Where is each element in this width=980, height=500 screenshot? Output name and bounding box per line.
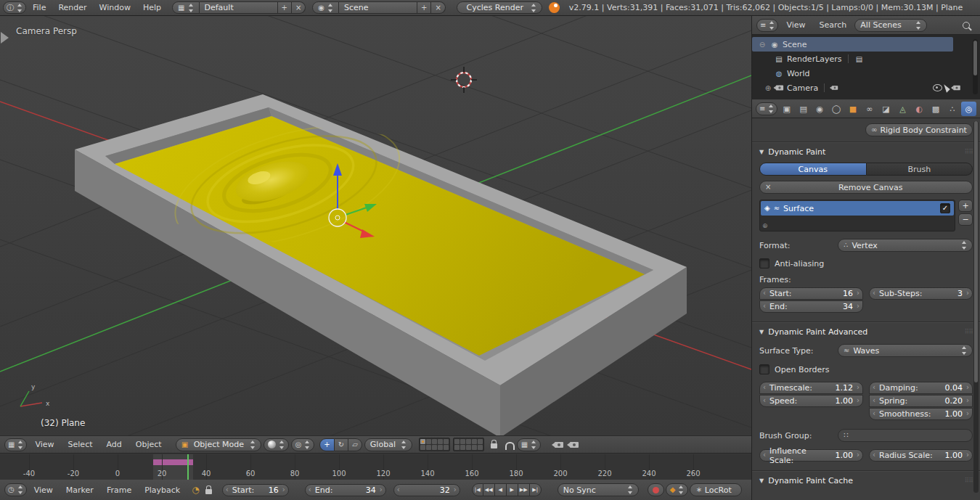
menu-object[interactable]: Object bbox=[130, 436, 168, 453]
surface-enable-checkbox[interactable]: ✓ bbox=[940, 203, 950, 213]
layer-cell[interactable] bbox=[438, 445, 443, 450]
layer-cell[interactable] bbox=[460, 439, 465, 444]
surface-list-item[interactable]: ◈ ≈ Surface ✓ bbox=[761, 201, 954, 216]
layer-cell[interactable] bbox=[454, 439, 460, 444]
dp-end-field[interactable]: End: 34 bbox=[759, 300, 863, 313]
add-screen-layout-button[interactable]: + bbox=[278, 1, 292, 14]
render-still-button[interactable] bbox=[555, 442, 563, 448]
layer-cell[interactable] bbox=[460, 445, 465, 450]
search-icon[interactable] bbox=[963, 22, 970, 29]
format-dropdown[interactable]: ∴ Vertex bbox=[838, 239, 973, 252]
active-keying-set-button[interactable]: ∗ LocRot bbox=[690, 483, 742, 496]
menu-add[interactable]: Add bbox=[101, 436, 128, 453]
sync-mode-dropdown[interactable]: No Sync bbox=[558, 483, 639, 496]
anti-aliasing-checkbox[interactable] bbox=[759, 258, 769, 269]
tab-object-data[interactable]: ◬ bbox=[895, 102, 910, 116]
dynamic-paint-panel-header[interactable]: ▼ Dynamic Paint ⠿⠿ bbox=[759, 145, 973, 158]
render-animation-button[interactable] bbox=[570, 442, 579, 448]
render-engine-dropdown[interactable]: Cycles Render bbox=[457, 1, 542, 14]
surface-list[interactable]: ◈ ≈ Surface ✓ ⊕ bbox=[759, 200, 955, 231]
scene-name-field[interactable]: Scene bbox=[339, 1, 417, 14]
layer-cell[interactable] bbox=[426, 445, 431, 450]
menu-marker[interactable]: Marker bbox=[60, 480, 99, 500]
editor-type-button-info[interactable]: ⓘ bbox=[3, 1, 26, 14]
viewport-canvas[interactable]: x y bbox=[0, 16, 751, 435]
outliner-scope-dropdown[interactable]: All Scenes bbox=[854, 19, 927, 32]
rotate-manipulator-button[interactable]: ↻ bbox=[335, 438, 348, 451]
layer-cell[interactable] bbox=[420, 445, 425, 450]
next-keyframe-button[interactable]: ▶▶ bbox=[518, 483, 530, 496]
snap-element-dropdown[interactable]: ▦ bbox=[517, 438, 541, 451]
outliner-item-camera[interactable]: ⊕ Camera bbox=[752, 81, 980, 95]
timeline-ruler[interactable]: -40 -20 0 20 40 60 80 100 120 140 160 18… bbox=[0, 454, 751, 480]
menu-frame[interactable]: Frame bbox=[101, 480, 137, 500]
pivot-point-dropdown[interactable]: ◎ bbox=[291, 438, 315, 451]
tab-render-layers[interactable]: ▤ bbox=[796, 102, 811, 116]
editor-type-button-outliner[interactable]: ≡ bbox=[756, 19, 778, 32]
tab-particles[interactable]: ∴ bbox=[944, 102, 960, 116]
layer-cell[interactable] bbox=[472, 445, 477, 450]
prev-keyframe-button[interactable]: ◀◀ bbox=[483, 483, 495, 496]
preview-range-icon[interactable]: ◔ bbox=[192, 485, 199, 494]
layer-cell[interactable] bbox=[454, 445, 460, 450]
layers-group-1[interactable] bbox=[419, 438, 450, 451]
menu-select[interactable]: Select bbox=[62, 436, 99, 453]
layer-cell[interactable] bbox=[466, 445, 471, 450]
collapse-icon[interactable]: ⊖ bbox=[758, 41, 767, 49]
outliner-item-world[interactable]: ◍ World bbox=[752, 66, 980, 81]
keying-set-dropdown[interactable]: ◆ bbox=[666, 483, 689, 496]
menu-window[interactable]: Window bbox=[94, 0, 136, 15]
menu-view[interactable]: View bbox=[28, 480, 59, 500]
menu-playback[interactable]: Playback bbox=[139, 480, 186, 500]
editor-type-button-3dview[interactable]: ▦ bbox=[4, 438, 27, 451]
translate-manipulator-button[interactable]: + bbox=[319, 438, 334, 451]
layer-cell[interactable] bbox=[444, 439, 449, 444]
tab-canvas[interactable]: Canvas bbox=[759, 163, 867, 176]
outliner-item-renderlayers[interactable]: ▤ RenderLayers ▤ bbox=[752, 52, 980, 66]
current-frame-playhead[interactable] bbox=[187, 454, 189, 480]
auto-keyframe-record-button[interactable] bbox=[648, 483, 664, 496]
tab-scene[interactable]: ◉ bbox=[812, 102, 828, 116]
damping-field[interactable]: Damping: 0.04 bbox=[869, 382, 973, 394]
tab-physics[interactable]: ◎ bbox=[961, 102, 976, 116]
screen-layout-browse-button[interactable]: ▦ bbox=[172, 1, 199, 14]
tab-modifiers[interactable]: ◪ bbox=[878, 102, 894, 116]
lock-scene-icon[interactable] bbox=[491, 443, 497, 448]
open-borders-checkbox[interactable] bbox=[759, 364, 769, 374]
tab-render[interactable]: ▣ bbox=[779, 102, 794, 116]
menu-render[interactable]: Render bbox=[52, 0, 92, 15]
layer-cell[interactable] bbox=[444, 445, 449, 450]
3d-viewport[interactable]: x y Camera Persp (32) Plane bbox=[0, 16, 751, 435]
snap-magnet-icon[interactable] bbox=[505, 442, 515, 450]
expand-icon[interactable]: ⊕ bbox=[764, 84, 772, 92]
outliner-scrollbar[interactable] bbox=[973, 39, 978, 94]
layer-cell[interactable] bbox=[420, 439, 425, 444]
lock-time-cursor-icon[interactable] bbox=[205, 489, 212, 494]
layer-cell[interactable] bbox=[432, 439, 437, 444]
timeline-end-field[interactable]: End: 34 bbox=[305, 484, 386, 496]
current-frame-field[interactable]: 32 bbox=[393, 484, 460, 496]
layer-cell[interactable] bbox=[478, 439, 483, 444]
tab-constraints[interactable]: ∞ bbox=[862, 102, 877, 116]
menu-view[interactable]: View bbox=[780, 16, 811, 34]
dp-substeps-field[interactable]: Sub-Steps: 3 bbox=[869, 287, 973, 300]
outliner-item-scene[interactable]: ⊖ ◉ Scene bbox=[752, 37, 953, 52]
remove-surface-button[interactable]: − bbox=[958, 213, 973, 226]
timescale-field[interactable]: Timescale: 1.12 bbox=[759, 382, 863, 394]
influence-scale-field[interactable]: Influence Scale: 1.00 bbox=[759, 449, 863, 462]
brush-group-field[interactable]: ∷ bbox=[838, 429, 973, 442]
visibility-eye-icon[interactable] bbox=[933, 84, 942, 91]
remove-canvas-button[interactable]: × Remove Canvas bbox=[759, 181, 973, 194]
radius-scale-field[interactable]: Radius Scale: 1.00 bbox=[869, 449, 973, 462]
menu-view[interactable]: View bbox=[29, 436, 60, 453]
screen-layout-name-field[interactable]: Default bbox=[200, 1, 278, 14]
properties-scrollbar[interactable] bbox=[973, 121, 979, 493]
list-filter-icon[interactable]: ⊕ bbox=[762, 222, 768, 229]
renderability-camera-icon[interactable] bbox=[953, 86, 960, 90]
jump-to-end-button[interactable]: ▶| bbox=[530, 483, 542, 496]
layer-cell[interactable] bbox=[466, 439, 471, 444]
dp-start-field[interactable]: Start: 16 bbox=[759, 287, 863, 300]
tab-texture[interactable]: ▩ bbox=[928, 102, 944, 116]
tab-brush[interactable]: Brush bbox=[867, 163, 973, 176]
add-scene-button[interactable]: + bbox=[417, 1, 431, 14]
